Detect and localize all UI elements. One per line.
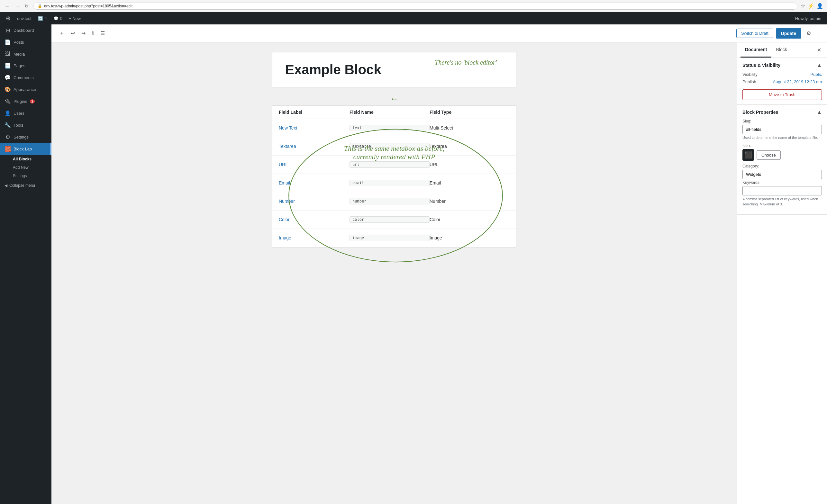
field-type: Image	[430, 235, 509, 241]
comments-nav-icon: 💬	[4, 74, 11, 81]
wp-logo-item[interactable]: ⊕	[3, 12, 14, 24]
field-label-email[interactable]: Email	[279, 180, 349, 186]
field-type: URL	[430, 162, 509, 167]
field-name-badge: text	[349, 125, 430, 131]
status-visibility-toggle[interactable]: ▲	[817, 62, 822, 68]
editor-content: Example Block There's no 'block editor' …	[51, 42, 827, 504]
sidebar-subitem-settings[interactable]: Settings	[0, 172, 51, 180]
field-label-image[interactable]: Image	[279, 235, 349, 241]
sidebar-item-label: Comments	[13, 75, 34, 80]
sidebar-item-posts[interactable]: 📄 Posts	[0, 36, 51, 48]
sidebar-item-label: Media	[13, 52, 25, 57]
table-row: Number number Number	[272, 192, 516, 210]
icon-picker: ⬛ Choose	[742, 149, 822, 161]
field-label-color[interactable]: Color	[279, 217, 349, 222]
slug-input[interactable]	[742, 125, 822, 134]
undo-button[interactable]: ↩	[68, 28, 78, 38]
field-label-new-text[interactable]: New Text	[279, 125, 349, 131]
sidebar-item-comments[interactable]: 💬 Comments	[0, 72, 51, 84]
editor-toolbar: ＋ ↩ ↪ ℹ ☰ Switch to Draft Update ⚙ ⋮	[51, 24, 827, 42]
field-label-number[interactable]: Number	[279, 199, 349, 204]
field-label-textarea[interactable]: Textarea	[279, 144, 349, 149]
sidebar-item-label: Block Lab	[13, 147, 32, 151]
sidebar-item-users[interactable]: 👤 Users	[0, 107, 51, 119]
category-input[interactable]	[742, 170, 822, 179]
admin-bar-right: Howdy, admin	[792, 16, 824, 21]
list-view-button[interactable]: ☰	[98, 28, 107, 38]
sidebar-item-media[interactable]: 🖼 Media	[0, 48, 51, 60]
move-to-trash-button[interactable]: Move to Trash	[742, 89, 822, 100]
keywords-input[interactable]	[742, 186, 822, 195]
panel-close-button[interactable]: ✕	[815, 46, 824, 54]
table-row: URL url URL	[272, 156, 516, 174]
sidebar: ⊞ Dashboard 📄 Posts 🖼 Media 📃 Pages 💬 Co…	[0, 24, 51, 504]
account-icon[interactable]: 👤	[817, 3, 823, 9]
slug-label: Slug:	[742, 119, 822, 123]
sidebar-subitem-all-blocks[interactable]: All Blocks	[0, 155, 51, 163]
category-label: Category:	[742, 164, 822, 168]
field-type: Multi-Select	[430, 125, 509, 131]
sidebar-item-settings[interactable]: ⚙ Settings	[0, 131, 51, 143]
keywords-hint: A comma separated list of keywords, used…	[742, 197, 822, 207]
forward-button[interactable]: →	[13, 3, 21, 9]
comments-count: 0	[60, 16, 62, 21]
sidebar-item-dashboard[interactable]: ⊞ Dashboard	[0, 24, 51, 36]
visibility-label: Visibility	[742, 72, 758, 77]
editor-more-button[interactable]: ⋮	[816, 30, 822, 37]
field-name-badge: image	[349, 235, 430, 241]
tab-document[interactable]: Document	[740, 42, 771, 57]
comments-item[interactable]: 💬 0	[50, 12, 65, 24]
block-properties-title: Block Properties	[742, 110, 778, 115]
sidebar-item-plugins[interactable]: 🔌 Plugins 2	[0, 95, 51, 107]
plugins-badge: 2	[30, 99, 35, 103]
sidebar-item-label: Settings	[13, 135, 29, 140]
add-block-button[interactable]: ＋	[57, 28, 67, 39]
sidebar-subitem-add-new[interactable]: Add New	[0, 163, 51, 172]
panel-tabs: Document Block ✕	[737, 42, 827, 58]
back-button[interactable]: ←	[4, 3, 11, 9]
choose-icon-button[interactable]: Choose	[757, 150, 781, 160]
icon-preview: ⬛	[742, 149, 754, 161]
collapse-menu-button[interactable]: ◀ Collapse menu	[0, 180, 51, 191]
block-lab-icon: 🧱	[4, 146, 11, 152]
fields-table-header: Field Label Field Name Field Type	[272, 106, 516, 119]
tab-block[interactable]: Block	[771, 42, 791, 57]
reload-button[interactable]: ↻	[23, 3, 30, 9]
switch-to-draft-button[interactable]: Switch to Draft	[736, 29, 773, 38]
redo-button[interactable]: ↪	[79, 28, 88, 38]
address-bar[interactable]: 🔒 env.test/wp-admin/post.php?post=1805&a…	[34, 3, 797, 10]
site-name-text: env.test	[17, 16, 32, 21]
extension-icon[interactable]: ⚡	[808, 3, 814, 9]
table-row: New Text text Multi-Select	[272, 119, 516, 137]
info-button[interactable]: ℹ	[89, 28, 96, 38]
publish-label: Publish	[742, 80, 756, 84]
sidebar-item-tools[interactable]: 🔧 Tools	[0, 119, 51, 131]
block-properties-toggle[interactable]: ▲	[817, 109, 822, 115]
table-row: Image image Image	[272, 229, 516, 247]
media-icon: 🖼	[4, 51, 11, 57]
updates-item[interactable]: 🔄 4	[35, 12, 50, 24]
publish-value[interactable]: August 22, 2019 12:23 am	[773, 80, 822, 84]
posts-icon: 📄	[4, 39, 11, 45]
browser-bar: ← → ↻ 🔒 env.test/wp-admin/post.php?post=…	[0, 0, 827, 12]
visibility-value[interactable]: Public	[811, 72, 822, 77]
sidebar-item-pages[interactable]: 📃 Pages	[0, 60, 51, 72]
field-type: Email	[430, 180, 509, 186]
site-name-item[interactable]: env.test	[14, 12, 35, 24]
editor-settings-button[interactable]: ⚙	[804, 28, 814, 38]
sidebar-item-block-lab[interactable]: 🧱 Block Lab	[0, 143, 51, 155]
field-label-url[interactable]: URL	[279, 162, 349, 167]
new-content-item[interactable]: + New	[65, 12, 84, 24]
update-button[interactable]: Update	[776, 28, 801, 39]
icon-label: Icon:	[742, 143, 822, 148]
browser-navigation: ← → ↻	[4, 3, 30, 9]
col-header-type: Field Type	[430, 110, 509, 115]
appearance-icon: 🎨	[4, 87, 11, 93]
new-content-label: + New	[69, 16, 81, 21]
sidebar-item-appearance[interactable]: 🎨 Appearance	[0, 84, 51, 95]
dashboard-icon: ⊞	[4, 27, 11, 34]
editor-main[interactable]: Example Block There's no 'block editor' …	[51, 42, 737, 504]
bookmark-icon[interactable]: ☆	[800, 3, 805, 9]
sidebar-item-label: Users	[13, 111, 25, 116]
editor-sidebar: Document Block ✕ Status & Visibility ▲ V…	[737, 42, 827, 504]
